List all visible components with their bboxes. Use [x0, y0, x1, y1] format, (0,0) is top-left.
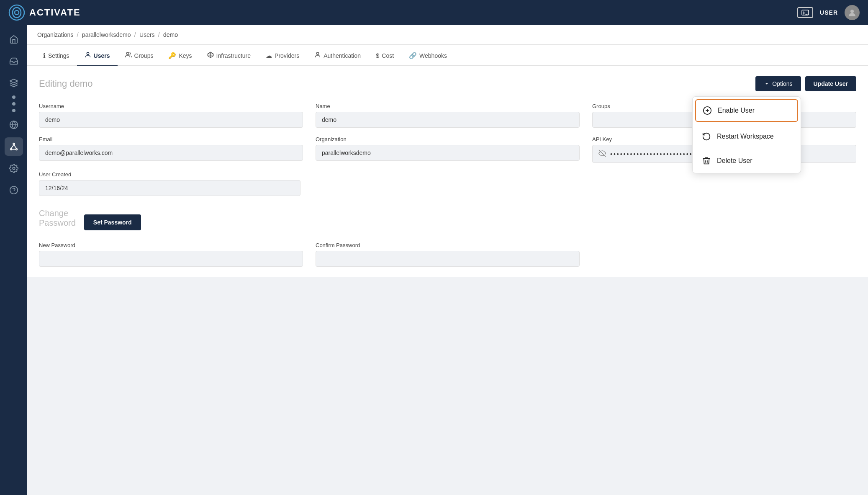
- sidebar-dot-2: [12, 102, 15, 106]
- groups-tab-icon: [125, 52, 132, 59]
- tab-cost-label: Cost: [382, 52, 394, 59]
- tab-providers-label: Providers: [275, 52, 299, 59]
- tab-keys[interactable]: 🔑 Keys: [161, 45, 199, 66]
- section-title-block: Change Password: [39, 209, 76, 234]
- change-password-section: Change Password Set Password New Passwor…: [39, 209, 856, 267]
- username-group: Username: [39, 103, 303, 128]
- update-user-button[interactable]: Update User: [805, 76, 856, 91]
- sidebar-item-inbox[interactable]: [5, 52, 23, 70]
- options-dropdown: Enable User Restart Workspace: [692, 96, 801, 173]
- content-area: Organizations / parallelworksdemo / User…: [27, 25, 868, 495]
- sidebar-item-help[interactable]: [5, 181, 23, 199]
- name-input[interactable]: [316, 112, 580, 128]
- breadcrumb-sep-1: /: [77, 31, 78, 39]
- restart-workspace-label: Restart Workspace: [717, 133, 774, 140]
- username-label: Username: [39, 103, 303, 109]
- svg-marker-4: [10, 79, 17, 83]
- breadcrumb: Organizations / parallelworksdemo / User…: [27, 25, 868, 45]
- username-input[interactable]: [39, 112, 303, 128]
- section-title: Change Password: [39, 209, 76, 228]
- tab-webhooks[interactable]: 🔗 Webhooks: [401, 45, 455, 66]
- sidebar-item-settings[interactable]: [5, 159, 23, 178]
- svg-point-22: [317, 52, 319, 54]
- sidebar-item-globe[interactable]: [5, 116, 23, 134]
- organization-input[interactable]: [316, 145, 580, 161]
- users-tab-icon: [85, 52, 91, 59]
- terminal-button[interactable]: [797, 7, 813, 18]
- form-area: Editing demo Options Update User: [27, 66, 868, 277]
- user-created-input[interactable]: [39, 180, 300, 196]
- tab-users-label: Users: [94, 52, 110, 59]
- tab-groups[interactable]: Groups: [118, 45, 161, 66]
- change-password-title-line1: Change: [39, 209, 68, 218]
- settings-tab-icon: ℹ: [43, 52, 46, 59]
- avatar[interactable]: [845, 5, 860, 20]
- name-group: Name: [316, 103, 580, 128]
- tab-authentication[interactable]: Authentication: [307, 45, 368, 66]
- webhooks-tab-icon: 🔗: [409, 52, 417, 59]
- password-grid: New Password Confirm Password: [39, 242, 856, 267]
- form-title: Editing demo: [39, 78, 92, 89]
- user-created-label: User Created: [39, 171, 300, 178]
- breadcrumb-sep-3: /: [158, 31, 160, 39]
- svg-line-10: [11, 144, 13, 148]
- form-header: Editing demo Options Update User: [39, 76, 856, 91]
- email-label: Email: [39, 136, 303, 142]
- logo[interactable]: ACTIVATE: [8, 4, 81, 21]
- email-group: Email: [39, 136, 303, 163]
- sidebar-item-layers[interactable]: [5, 74, 23, 92]
- organization-label: Organization: [316, 136, 580, 142]
- name-label: Name: [316, 103, 580, 109]
- tab-users[interactable]: Users: [77, 45, 118, 66]
- providers-tab-icon: ☁: [266, 52, 272, 59]
- set-password-button[interactable]: Set Password: [84, 214, 141, 230]
- tab-groups-label: Groups: [134, 52, 154, 59]
- app-title: ACTIVATE: [29, 7, 81, 18]
- organization-group: Organization: [316, 136, 580, 163]
- sidebar: [0, 25, 27, 495]
- options-button[interactable]: Options: [755, 76, 801, 91]
- svg-point-3: [850, 10, 854, 13]
- form-actions: Options Update User: [755, 76, 856, 91]
- svg-point-13: [13, 167, 15, 170]
- dropdown-delete-user[interactable]: Delete User: [693, 149, 801, 173]
- trash-icon: [702, 156, 711, 165]
- tab-infrastructure-label: Infrastructure: [216, 52, 251, 59]
- breadcrumb-sep-2: /: [134, 31, 136, 39]
- main-layout: Organizations / parallelworksdemo / User…: [0, 25, 868, 495]
- nav-right: USER: [797, 5, 860, 20]
- sidebar-item-home[interactable]: [5, 30, 23, 49]
- breadcrumb-organizations[interactable]: Organizations: [37, 31, 73, 38]
- confirm-password-input[interactable]: [316, 251, 580, 267]
- tab-settings[interactable]: ℹ Settings: [36, 45, 77, 66]
- sidebar-dot-3: [12, 109, 15, 112]
- tab-cost[interactable]: $ Cost: [368, 45, 401, 66]
- sidebar-dot-1: [12, 95, 15, 99]
- options-label: Options: [772, 80, 792, 87]
- svg-point-1: [15, 10, 19, 15]
- eye-off-icon[interactable]: [598, 150, 606, 158]
- tabs-bar: ℹ Settings Users: [27, 45, 868, 66]
- change-password-title-line2: Password: [39, 218, 76, 227]
- dropdown-restart-workspace[interactable]: Restart Workspace: [693, 124, 801, 149]
- set-password-wrapper: Set Password: [84, 209, 141, 230]
- tab-providers[interactable]: ☁ Providers: [258, 45, 307, 66]
- enable-user-label: Enable User: [718, 107, 755, 114]
- dropdown-enable-user[interactable]: Enable User: [695, 99, 798, 122]
- tab-infrastructure[interactable]: Infrastructure: [200, 45, 258, 66]
- email-input[interactable]: [39, 145, 303, 161]
- auth-tab-icon: [314, 52, 321, 59]
- tab-settings-label: Settings: [48, 52, 69, 59]
- section-row: Change Password Set Password: [39, 209, 856, 234]
- new-password-group: New Password: [39, 242, 303, 267]
- svg-point-16: [87, 52, 89, 54]
- sidebar-item-network[interactable]: [5, 137, 23, 156]
- breadcrumb-current: demo: [163, 31, 178, 38]
- breadcrumb-org-name[interactable]: parallelworksdemo: [82, 31, 131, 38]
- breadcrumb-users[interactable]: Users: [139, 31, 155, 38]
- confirm-password-group: Confirm Password: [316, 242, 580, 267]
- infra-tab-icon: [207, 52, 214, 59]
- new-password-input[interactable]: [39, 251, 303, 267]
- cost-tab-icon: $: [376, 52, 379, 59]
- svg-line-11: [14, 144, 16, 148]
